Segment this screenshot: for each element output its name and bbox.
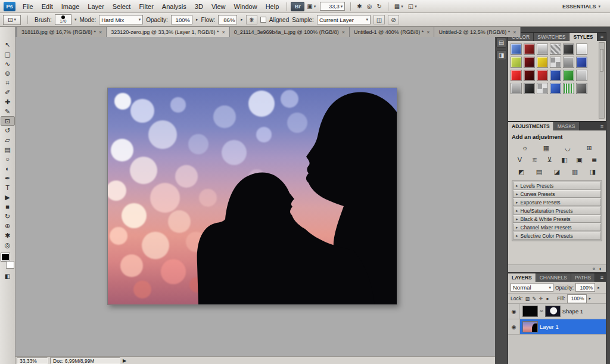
rectangle-tool[interactable]: ■	[1, 202, 15, 211]
vibrance-icon[interactable]: V	[515, 155, 525, 164]
document-tab[interactable]: 0_21114_3e969b4a_L.jpg @ 100% (RGB/8) ×	[230, 27, 350, 37]
layer-blend-mode-select[interactable]: Normal▾	[511, 283, 553, 292]
panel-tab[interactable]: MASKS	[554, 122, 580, 130]
expand-arrow-icon[interactable]: ▸	[516, 183, 518, 188]
menu-item[interactable]: Help	[262, 3, 284, 10]
view-extras-icon[interactable]: ▣▾	[304, 2, 318, 11]
foreground-color-swatch[interactable]	[1, 253, 10, 261]
exposure-icon[interactable]: ⊞	[584, 143, 595, 153]
hue-saturation-icon[interactable]: ≋	[530, 155, 540, 164]
eraser-tool[interactable]: ▱	[1, 135, 15, 145]
style-swatch[interactable]	[537, 43, 548, 55]
document-tab[interactable]: 318118.jpg @ 16,7% (RGB/8) * ×	[17, 27, 107, 37]
layer-row-content[interactable]: ∞ Shape 1	[520, 304, 606, 319]
close-icon[interactable]: ×	[99, 29, 102, 35]
aligned-checkbox[interactable]	[260, 17, 266, 23]
visibility-eye-icon[interactable]: ◉	[508, 319, 520, 334]
layer-name[interactable]: Layer 1	[540, 323, 559, 330]
document-tab[interactable]: 323120-zero.jpg @ 33,3% (Layer 1, RGB/8)…	[107, 27, 230, 37]
expand-arrow-icon[interactable]: ▸	[516, 192, 518, 197]
color-balance-icon[interactable]: ⊻	[544, 155, 555, 164]
sample-select[interactable]: Current Layer▾	[317, 15, 371, 24]
panel-tab[interactable]: PATHS	[571, 273, 595, 282]
curves-icon[interactable]: ◡	[562, 143, 573, 153]
blur-tool[interactable]: ○	[1, 154, 15, 164]
preset-group-row[interactable]: ▸ Exposure Presets	[513, 198, 601, 206]
layer-thumbnail[interactable]	[522, 321, 538, 332]
layer-row[interactable]: ◉ ∞ Shape 1	[508, 304, 606, 319]
opacity-slider-arrow-icon[interactable]: ▸	[196, 17, 198, 22]
selective-color-icon[interactable]: ◨	[587, 167, 598, 176]
expand-arrow-icon[interactable]: ▸	[516, 234, 518, 238]
pen-tool[interactable]: ✒	[1, 173, 15, 183]
fill-slider-arrow-icon[interactable]: ▸	[589, 296, 592, 301]
flow-slider-arrow-icon[interactable]: ▸	[241, 17, 243, 22]
style-swatch[interactable]	[537, 57, 548, 68]
close-icon[interactable]: ×	[222, 29, 225, 35]
style-swatch[interactable]	[524, 57, 535, 68]
style-swatch[interactable]	[563, 43, 574, 55]
close-icon[interactable]: ×	[342, 29, 345, 35]
background-color-swatch[interactable]	[6, 261, 14, 269]
lock-position-icon[interactable]: ✛	[537, 295, 544, 302]
lock-image-pixels-icon[interactable]: ✎	[531, 295, 537, 302]
black-white-icon[interactable]: ◧	[559, 155, 570, 164]
3d-orbit-tool[interactable]: ⊕	[1, 221, 15, 231]
style-swatch[interactable]	[576, 70, 587, 81]
style-swatch[interactable]	[563, 57, 574, 68]
menu-item[interactable]: View	[207, 3, 230, 10]
preset-group-row[interactable]: ▸ Black & White Presets	[513, 215, 601, 223]
visibility-eye-icon[interactable]: ◉	[508, 304, 520, 319]
brush-preset-picker[interactable]: 170	[55, 14, 71, 25]
canvas-area[interactable]	[15, 37, 495, 356]
photo-filter-icon[interactable]: ▣	[574, 155, 585, 164]
app-logo-icon[interactable]: Ps	[4, 2, 15, 11]
style-swatch[interactable]	[511, 57, 522, 68]
layer-row[interactable]: ◉ Layer 1	[508, 319, 606, 335]
threshold-icon[interactable]: ◪	[552, 167, 562, 176]
styles-scrollbar[interactable]	[599, 42, 605, 119]
style-swatch[interactable]	[511, 70, 522, 81]
docked-panel-icon-bottom[interactable]: ◨	[496, 50, 506, 60]
scrollbar-thumb[interactable]	[600, 49, 603, 71]
style-swatch[interactable]	[511, 43, 522, 55]
layer-name[interactable]: Shape 1	[562, 308, 583, 315]
layers-fill-field[interactable]: 100%	[567, 294, 587, 303]
style-swatch[interactable]	[550, 83, 561, 94]
style-swatch[interactable]	[563, 70, 574, 81]
rectangular-marquee-tool[interactable]: ▢	[1, 49, 15, 59]
docked-panel-icon-top[interactable]: ▤	[496, 38, 506, 48]
spot-healing-brush-tool[interactable]: ✚	[1, 97, 15, 107]
expand-arrow-icon[interactable]: ▸	[516, 200, 518, 205]
style-swatch[interactable]	[576, 43, 587, 55]
history-brush-tool[interactable]: ↺	[1, 126, 15, 135]
menu-item[interactable]: Window	[230, 3, 262, 10]
style-swatch[interactable]	[524, 83, 535, 94]
invert-icon[interactable]: ◩	[516, 167, 527, 176]
lock-transparent-pixels-icon[interactable]: ▧	[524, 295, 531, 302]
style-swatch[interactable]	[537, 83, 548, 94]
clone-stamp-tool[interactable]: ⊡	[1, 116, 15, 126]
layer-row-content[interactable]: Layer 1	[520, 319, 606, 334]
preset-group-row[interactable]: ▸ Hue/Saturation Presets	[513, 207, 601, 214]
eyedropper-tool[interactable]: ✐	[1, 88, 15, 97]
menu-item[interactable]: Layer	[83, 3, 108, 10]
layer-thumbnail[interactable]	[522, 306, 538, 317]
gradient-tool[interactable]: ▤	[1, 145, 15, 154]
path-selection-tool[interactable]: ▶	[1, 192, 15, 202]
document-tab[interactable]: Untitled-1 @ 400% (RGB/8) * ×	[350, 27, 434, 37]
dodge-tool[interactable]: ◐	[1, 164, 15, 173]
airbrush-toggle-icon[interactable]: ❋	[246, 15, 257, 24]
lock-all-icon[interactable]: ●	[544, 295, 550, 302]
style-swatch[interactable]	[524, 43, 535, 55]
preset-group-row[interactable]: ▸ Levels Presets	[513, 182, 601, 189]
clip-to-layer-icon[interactable]: ◐	[599, 266, 602, 272]
crop-tool[interactable]: ⌗	[1, 78, 15, 88]
3d-rotate-tool[interactable]: ↻	[1, 211, 15, 221]
style-swatch[interactable]	[576, 57, 587, 68]
panel-menu-icon[interactable]: ≡	[598, 33, 606, 41]
rotate-view-icon[interactable]: ↻	[374, 2, 384, 11]
expand-arrow-icon[interactable]: ▸	[516, 209, 518, 213]
collapse-view-icon[interactable]: «	[593, 266, 596, 272]
document-image[interactable]	[107, 88, 397, 305]
